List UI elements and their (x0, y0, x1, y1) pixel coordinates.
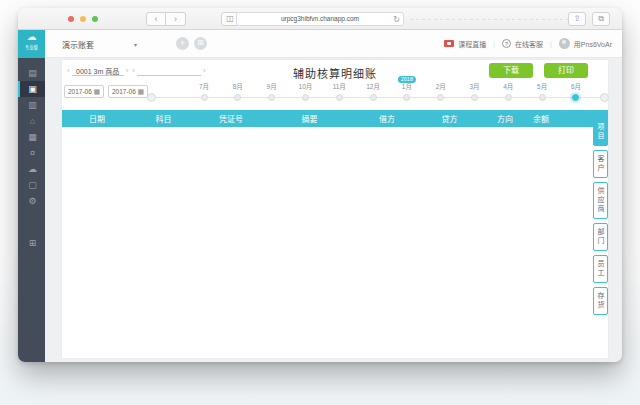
date-to-value: 2017-06 (112, 88, 136, 95)
live-tv-icon (444, 40, 454, 47)
timeline-month-jun[interactable]: 6月 (561, 83, 591, 101)
month-node (268, 94, 275, 101)
timeline-month-apr[interactable]: 4月 (493, 83, 523, 101)
month-node (234, 94, 241, 101)
forward-button[interactable]: › (166, 12, 186, 26)
timeline-month-nov[interactable]: 11月 (324, 83, 354, 101)
sidebar-item-inventory-icon[interactable]: ▢ (18, 177, 45, 193)
month-label: 11月 (324, 83, 354, 91)
separator: | (550, 40, 552, 47)
month-label: 9月 (257, 83, 287, 91)
sidebar-item-funds-icon[interactable]: ¤ (18, 145, 45, 161)
month-label: 1月 (392, 83, 422, 91)
logo-edition-label: 专业版 (20, 44, 43, 49)
month-node (471, 94, 478, 101)
header-right-cluster: 课程直播 | ? 在线客服 | 用Pns6VoAr (444, 38, 612, 49)
month-label: 7月 (189, 83, 219, 91)
sidebar-item-calendar-icon[interactable]: ▦ (18, 129, 45, 145)
chevron-down-icon: ▾ (134, 41, 137, 48)
separator: | (493, 40, 495, 47)
month-label: 6月 (561, 83, 591, 91)
workspace-selector[interactable]: 演示账套 ▾ (62, 39, 137, 50)
timeline-month-sep[interactable]: 9月 (257, 83, 287, 101)
month-node (370, 94, 377, 101)
column-header: 凭证号 (195, 113, 267, 124)
column-header: 余额 (533, 113, 549, 124)
tabs-button[interactable]: ⧉ (592, 12, 610, 26)
timeline-month-dec[interactable]: 12月 (358, 83, 388, 101)
date-range: 2017-06 ▦ 2017-06 ▦ (64, 85, 148, 98)
tab-employee[interactable]: 员工 (593, 255, 608, 283)
browser-nav: ‹ › (146, 12, 186, 26)
minimize-window-button[interactable] (80, 16, 86, 22)
apps-grid-button[interactable]: ⊞ (194, 37, 207, 50)
tab-department[interactable]: 部门 (593, 223, 608, 251)
back-button[interactable]: ‹ (146, 12, 166, 26)
timeline-month-feb[interactable]: 2月 (426, 83, 456, 101)
timeline-month-oct[interactable]: 10月 (290, 83, 320, 101)
close-window-button[interactable] (68, 16, 74, 22)
app-header: ☁ 专业版 演示账套 ▾ + ⊞ 课程直播 | ? 在线客服 | 用Pns6Vo… (18, 30, 622, 58)
dimension-tabs: 项目客户供应商部门员工存货 (593, 118, 608, 315)
toolbar-divider (410, 19, 570, 20)
month-label: 4月 (493, 83, 523, 91)
help-icon: ? (502, 39, 511, 48)
left-sidebar: ▤▣▥⌂▦¤☁▢⚙⊞ (18, 58, 45, 362)
share-button[interactable]: ⇧ (568, 12, 586, 26)
print-button[interactable]: 打印 (544, 63, 588, 78)
timeline-start-cap (147, 93, 156, 102)
column-header: 贷方 (422, 113, 477, 124)
sidebar-item-voucher-icon[interactable]: ▣ (18, 81, 45, 97)
date-to-input[interactable]: 2017-06 ▦ (108, 85, 148, 98)
sidebar-item-bank-icon[interactable]: ⌂ (18, 113, 45, 129)
timeline-month-mar[interactable]: 3月 (460, 83, 490, 101)
download-button[interactable]: 下载 (489, 63, 533, 78)
calendar-icon[interactable]: ▦ (137, 88, 144, 96)
year-badge: 2018 (398, 76, 416, 83)
sidebar-item-reports-icon[interactable]: ▥ (18, 97, 45, 113)
month-node (437, 94, 444, 101)
table-header: 日期科目凭证号摘要借方贷方方向余额 (62, 110, 608, 127)
sidebar-item-settings-icon[interactable]: ⚙ (18, 193, 45, 209)
timeline-end-cap (600, 93, 609, 102)
timeline-month-jul[interactable]: 7月 (189, 83, 219, 101)
calendar-icon[interactable]: ▦ (93, 88, 100, 96)
zoom-window-button[interactable] (92, 16, 98, 22)
month-label: 8月 (223, 83, 253, 91)
refresh-icon[interactable]: ↻ (393, 14, 400, 25)
timeline-month-aug[interactable]: 8月 (223, 83, 253, 101)
month-node (505, 94, 512, 101)
sidebar-item-cloud-icon[interactable]: ☁ (18, 161, 45, 177)
url-text: urpcg3hibfvn.chanapp.com (281, 15, 359, 22)
panel-toolbar: ‹ 0001 3m 商品 › ‹ › 辅助核算明细账 下载 打印 (62, 60, 608, 82)
month-node (336, 94, 343, 101)
timeline-month-jan[interactable]: 2018 1月 (392, 83, 422, 101)
month-label: 12月 (358, 83, 388, 91)
url-field[interactable]: urpcg3hibfvn.chanapp.com ↻ (236, 12, 404, 26)
month-node (572, 94, 579, 101)
traffic-lights (68, 16, 98, 22)
online-support-link[interactable]: 在线客服 (515, 39, 543, 49)
month-node (403, 94, 410, 101)
month-node (302, 94, 309, 101)
add-account-set-button[interactable]: + (176, 37, 189, 50)
date-from-input[interactable]: 2017-06 ▦ (64, 85, 104, 98)
cloud-logo-icon: ☁ (18, 30, 45, 44)
username[interactable]: 用Pns6VoAr (574, 39, 612, 49)
timeline-month-may[interactable]: 5月 (527, 83, 557, 101)
month-label: 2月 (426, 83, 456, 91)
timeline-months: 7月 8月 9月 (189, 83, 591, 101)
column-header: 科目 (132, 113, 195, 124)
tab-supplier[interactable]: 供应商 (593, 182, 608, 219)
tab-project[interactable]: 项目 (593, 118, 608, 146)
app-logo[interactable]: ☁ 专业版 (18, 30, 45, 58)
sidebar-item-ledger-icon[interactable]: ▤ (18, 65, 45, 81)
course-live-link[interactable]: 课程直播 (458, 39, 486, 49)
tab-stock[interactable]: 存货 (593, 287, 608, 315)
sidebar-item-market-icon[interactable]: ⊞ (18, 235, 45, 251)
month-label: 5月 (527, 83, 557, 91)
column-header: 摘要 (267, 113, 352, 124)
month-label: 3月 (460, 83, 490, 91)
date-from-value: 2017-06 (68, 88, 92, 95)
tab-customer[interactable]: 客户 (593, 150, 608, 178)
